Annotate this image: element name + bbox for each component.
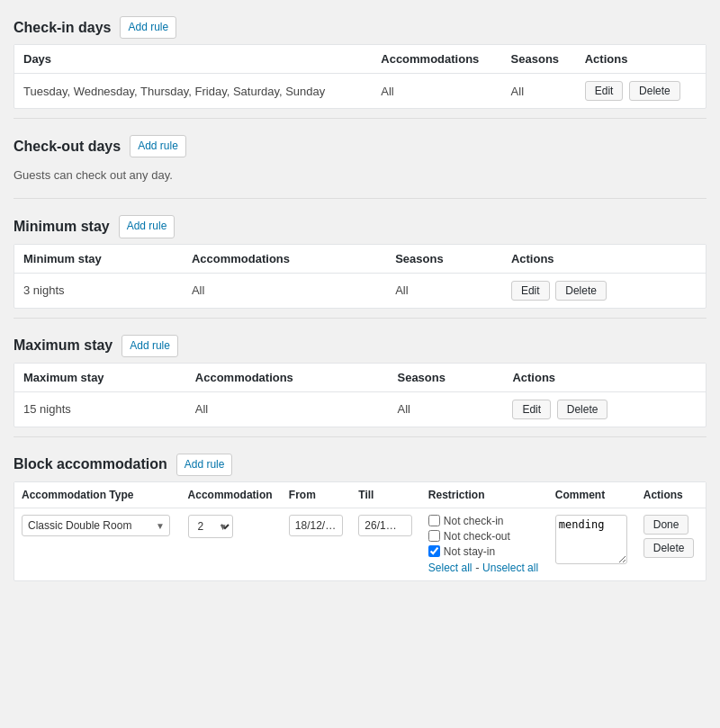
maxstay-col-accommodations: Accommodations: [186, 364, 389, 392]
minstay-col-actions: Actions: [502, 245, 706, 274]
not-checkin-item: Not check-in: [428, 515, 541, 527]
page-wrap: Check-in days Add rule Days Accommodatio…: [0, 0, 720, 599]
checkout-days-header: Check-out days Add rule: [14, 128, 706, 163]
maximum-stay-section: Maximum stay Add rule Maximum stay Accom…: [14, 328, 706, 427]
block-row-comment: [548, 508, 636, 580]
table-row: 15 nights All All Edit Delete: [14, 391, 706, 427]
link-separator: -: [475, 561, 482, 574]
block-row-from: [282, 508, 352, 580]
accommodation-type-select-wrap: Classic Double Room ▼: [22, 515, 170, 536]
block-row-accommodation: 2 ▼: [181, 508, 282, 580]
checkin-row-actions: Edit Delete: [576, 74, 706, 109]
minstay-col-stay: Minimum stay: [14, 245, 183, 274]
maximum-stay-table-container: Maximum stay Accommodations Seasons Acti…: [14, 363, 706, 427]
checkout-guest-text: Guests can check out any day.: [14, 163, 706, 189]
block-accommodation-section: Block accommodation Add rule Accommodati…: [14, 446, 706, 581]
unselect-all-link[interactable]: Unselect all: [482, 562, 538, 574]
maximum-stay-header-row: Maximum stay Accommodations Seasons Acti…: [14, 364, 706, 392]
checkin-row-seasons: All: [502, 74, 576, 109]
divider-4: [14, 436, 706, 437]
block-col-comment: Comment: [548, 482, 636, 508]
block-col-type: Accommodation Type: [14, 482, 181, 508]
not-stayin-label: Not stay-in: [444, 545, 495, 558]
block-accommodation-table: Accommodation Type Accommodation From Ti…: [14, 482, 706, 580]
checkin-col-seasons: Seasons: [502, 45, 576, 74]
not-checkout-checkbox[interactable]: [428, 530, 440, 542]
block-accommodation-title: Block accommodation: [14, 456, 167, 472]
block-delete-button[interactable]: Delete: [644, 538, 695, 558]
block-col-accommodation: Accommodation: [181, 482, 282, 508]
minstay-row-accommodations: All: [183, 273, 386, 308]
accommodation-num-select-wrap: 2 ▼: [188, 515, 233, 538]
block-col-from: From: [282, 482, 352, 508]
maxstay-edit-button[interactable]: Edit: [512, 400, 551, 419]
select-all-link[interactable]: Select all: [428, 562, 472, 574]
comment-textarea[interactable]: [555, 515, 627, 564]
till-date-input[interactable]: [358, 515, 412, 536]
checkin-days-title: Check-in days: [14, 20, 111, 36]
maxstay-row-stay: 15 nights: [14, 391, 186, 427]
minstay-row-stay: 3 nights: [14, 273, 183, 308]
maximum-stay-header: Maximum stay Add rule: [14, 328, 706, 363]
minimum-stay-section: Minimum stay Add rule Minimum stay Accom…: [14, 208, 706, 308]
minstay-row-seasons: All: [386, 273, 502, 308]
block-done-button[interactable]: Done: [644, 515, 689, 535]
maxstay-row-actions: Edit Delete: [503, 391, 706, 427]
checkin-row-accommodations: All: [372, 74, 501, 109]
checkout-days-title: Check-out days: [14, 139, 121, 155]
minstay-delete-button[interactable]: Delete: [555, 281, 607, 301]
block-accommodation-table-container: Accommodation Type Accommodation From Ti…: [14, 481, 706, 581]
divider-3: [14, 318, 706, 319]
checkin-add-rule-button[interactable]: Add rule: [120, 16, 176, 39]
checkout-add-rule-button[interactable]: Add rule: [130, 135, 186, 157]
checkin-delete-button[interactable]: Delete: [629, 81, 680, 101]
checkin-days-header-row: Days Accommodations Seasons Actions: [14, 45, 706, 74]
maxstay-col-seasons: Seasons: [388, 364, 503, 392]
not-stayin-item: Not stay-in: [428, 545, 541, 558]
minstay-col-accommodations: Accommodations: [183, 245, 386, 274]
not-checkin-checkbox[interactable]: [428, 515, 440, 526]
minstay-edit-button[interactable]: Edit: [511, 281, 550, 301]
select-links: Select all - Unselect all: [428, 561, 541, 574]
block-col-actions: Actions: [636, 482, 706, 508]
block-col-till: Till: [351, 482, 421, 508]
maximum-stay-title: Maximum stay: [14, 337, 112, 354]
block-accommodation-add-rule-button[interactable]: Add rule: [176, 454, 233, 476]
accommodation-num-select[interactable]: 2: [188, 515, 233, 538]
not-stayin-checkbox[interactable]: [428, 545, 440, 557]
block-col-restriction: Restriction: [421, 482, 548, 508]
maxstay-delete-button[interactable]: Delete: [557, 400, 608, 419]
block-accommodation-header: Block accommodation Add rule: [14, 446, 706, 481]
maxstay-row-seasons: All: [388, 391, 503, 427]
minimum-stay-table: Minimum stay Accommodations Seasons Acti…: [14, 245, 706, 308]
from-date-input[interactable]: [289, 515, 343, 536]
accommodation-type-select[interactable]: Classic Double Room: [22, 515, 170, 536]
block-accommodation-header-row: Accommodation Type Accommodation From Ti…: [14, 482, 706, 508]
maxstay-col-actions: Actions: [503, 364, 706, 392]
checkin-days-table: Days Accommodations Seasons Actions Tues…: [14, 45, 706, 108]
checkin-col-accommodations: Accommodations: [372, 45, 501, 74]
table-row: Tuesday, Wednesday, Thursday, Friday, Sa…: [14, 74, 706, 109]
checkin-col-days: Days: [14, 45, 372, 74]
maxstay-col-stay: Maximum stay: [14, 364, 186, 392]
table-row: Classic Double Room ▼ 2 ▼: [14, 508, 706, 580]
checkin-edit-button[interactable]: Edit: [585, 81, 624, 101]
block-row-type: Classic Double Room ▼: [14, 508, 181, 580]
divider-2: [14, 198, 706, 199]
maximum-stay-table: Maximum stay Accommodations Seasons Acti…: [14, 364, 706, 427]
not-checkout-item: Not check-out: [428, 530, 541, 543]
checkin-row-days: Tuesday, Wednesday, Thursday, Friday, Sa…: [14, 74, 372, 109]
block-row-till: [351, 508, 421, 580]
minimum-stay-add-rule-button[interactable]: Add rule: [119, 215, 176, 238]
maximum-stay-add-rule-button[interactable]: Add rule: [122, 335, 178, 357]
minimum-stay-table-container: Minimum stay Accommodations Seasons Acti…: [14, 244, 706, 309]
minimum-stay-title: Minimum stay: [14, 219, 110, 235]
block-row-actions: Done Delete: [636, 508, 706, 580]
minimum-stay-header: Minimum stay Add rule: [14, 208, 706, 243]
minimum-stay-header-row: Minimum stay Accommodations Seasons Acti…: [14, 245, 706, 274]
checkin-days-section: Check-in days Add rule Days Accommodatio…: [14, 9, 706, 109]
checkin-days-header: Check-in days Add rule: [14, 9, 706, 44]
table-row: 3 nights All All Edit Delete: [14, 273, 706, 308]
block-row-restriction: Not check-in Not check-out Not stay-in: [421, 508, 548, 580]
checkin-col-actions: Actions: [576, 45, 706, 74]
